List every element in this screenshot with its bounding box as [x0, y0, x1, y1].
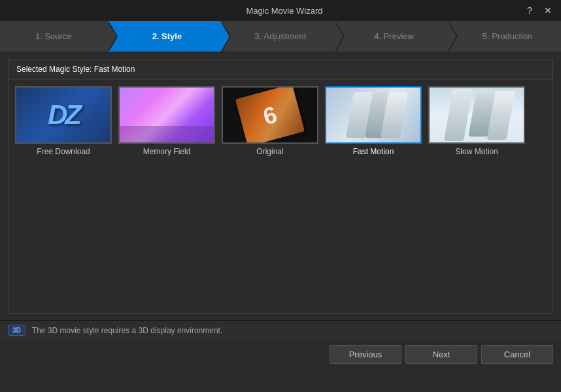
step-adjustment[interactable]: 3. Adjustment [220, 21, 334, 52]
close-button[interactable]: ✕ [541, 4, 554, 17]
steps-bar: 1. Source 2. Style 3. Adjustment 4. Prev… [0, 21, 561, 52]
info-bar: 3D The 3D movie style requires a 3D disp… [0, 320, 561, 340]
window-title: Magic Movie Wizard [46, 6, 523, 16]
previous-button[interactable]: Previous [330, 345, 401, 364]
style-thumb-memory-field [118, 86, 215, 144]
3d-icon: 3D [8, 325, 26, 336]
style-item-original[interactable]: 6 Original [222, 86, 318, 156]
film-strip-icon: 6 [235, 86, 305, 144]
style-label-slow-motion: Slow Motion [455, 147, 498, 156]
style-label-free-download: Free Download [37, 147, 90, 156]
info-message: The 3D movie style requires a 3D display… [32, 326, 222, 335]
style-label-memory-field: Memory Field [143, 147, 191, 156]
bottom-bar: Previous Next Cancel [0, 340, 561, 369]
styles-grid[interactable]: DZ Free Download Memory Field 6 Original [8, 80, 552, 313]
style-thumb-original: 6 [222, 86, 318, 144]
titlebar: Magic Movie Wizard ? ✕ [0, 0, 561, 21]
thumb-slow-motion-bg [430, 88, 524, 142]
style-thumb-slow-motion [428, 86, 525, 144]
style-item-memory-field[interactable]: Memory Field [118, 86, 215, 156]
step-preview[interactable]: 4. Preview [334, 21, 448, 52]
thumb-original-bg: 6 [223, 88, 317, 142]
style-label-fast-motion: Fast Motion [353, 147, 394, 156]
step-production[interactable]: 5. Production [447, 21, 561, 52]
dz-logo: DZ [48, 99, 79, 131]
style-thumb-fast-motion [325, 86, 422, 144]
thumb-memory-field-bg [120, 88, 214, 142]
slow-runners-graphic [430, 88, 524, 142]
thumb-fast-motion-bg [326, 88, 420, 142]
step-style[interactable]: 2. Style [107, 21, 221, 52]
help-button[interactable]: ? [523, 4, 536, 17]
thumb-free-download-bg: DZ [16, 88, 110, 142]
style-item-fast-motion[interactable]: Fast Motion [325, 86, 422, 156]
next-button[interactable]: Next [405, 345, 477, 364]
step-source[interactable]: 1. Source [0, 21, 107, 52]
style-thumb-free-download: DZ [15, 86, 112, 144]
cancel-button[interactable]: Cancel [481, 345, 553, 364]
runners-graphic [326, 88, 420, 142]
window-controls: ? ✕ [523, 4, 554, 17]
style-item-slow-motion[interactable]: Slow Motion [428, 86, 525, 156]
style-label-original: Original [256, 147, 283, 156]
main-content: Selected Magic Style: Fast Motion DZ Fre… [8, 59, 553, 314]
style-item-free-download[interactable]: DZ Free Download [15, 86, 112, 156]
selected-style-bar: Selected Magic Style: Fast Motion [8, 59, 552, 80]
